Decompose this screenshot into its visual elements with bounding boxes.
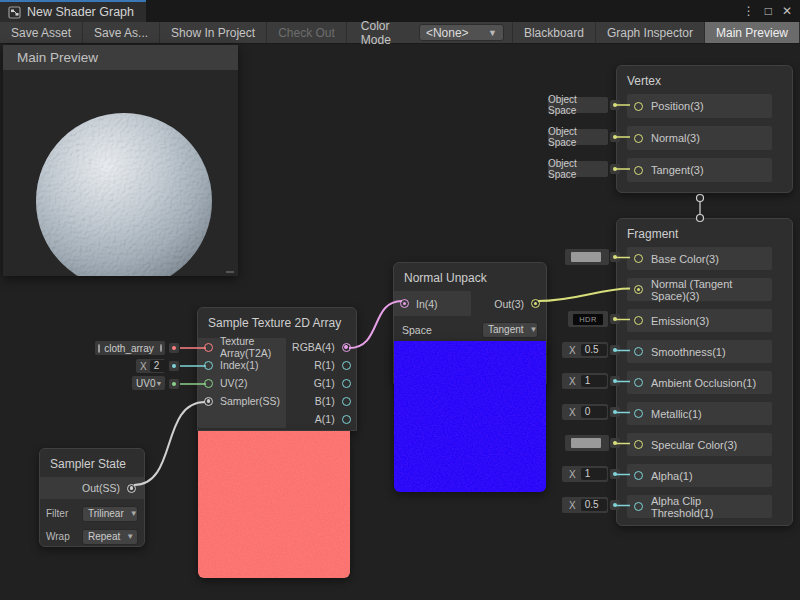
graph-canvas[interactable]: Main Preview	[0, 44, 800, 600]
stub-index	[169, 361, 179, 371]
tab-new-shader-graph[interactable]: New Shader Graph	[0, 0, 146, 22]
index-value-pill[interactable]: X 2	[136, 359, 165, 373]
save-as-button[interactable]: Save As...	[83, 22, 160, 43]
alpha-clip-field[interactable]: X 0.5	[562, 497, 608, 513]
ambient-occlusion-field[interactable]: X 1	[562, 373, 608, 389]
normal-unpack-out[interactable]: Out(3)	[471, 298, 546, 310]
port-base-color[interactable]	[634, 254, 643, 263]
vertex-row-position[interactable]: Position(3)	[627, 94, 772, 118]
close-icon[interactable]: ✕	[782, 4, 792, 18]
port-ambient-occlusion[interactable]	[634, 378, 643, 387]
port-alpha-clip-threshold[interactable]	[634, 502, 643, 511]
fragment-row-normal[interactable]: Normal (Tangent Space)(3)	[627, 278, 772, 301]
node-sampler-state[interactable]: Sampler State Out(SS) Filter Trilinear ▼…	[39, 448, 145, 547]
wrap-dropdown[interactable]: Repeat ▼	[82, 529, 138, 545]
fragment-row-alpha[interactable]: Alpha(1)	[627, 464, 772, 487]
color-mode-value: <None>	[426, 26, 469, 40]
output-r[interactable]: R(1)	[286, 356, 357, 374]
color-swatch[interactable]	[571, 438, 601, 448]
port-smoothness[interactable]	[634, 347, 643, 356]
output-b[interactable]: B(1)	[286, 392, 357, 410]
save-asset-button[interactable]: Save Asset	[0, 22, 83, 43]
output-a[interactable]: A(1)	[286, 410, 357, 428]
stub-alpha-clip	[610, 500, 620, 510]
fragment-row-smoothness[interactable]: Smoothness(1)	[627, 340, 772, 363]
smoothness-field[interactable]: X 0.5	[562, 342, 608, 358]
vertex-row-position-label: Position(3)	[651, 100, 704, 112]
port-b[interactable]	[342, 397, 351, 406]
fragment-row-alpha-clip[interactable]: Alpha Clip Threshold(1)	[627, 495, 772, 518]
port-r[interactable]	[342, 361, 351, 370]
node-sample-texture-2d-array[interactable]: Sample Texture 2D Array Texture Array(T2…	[197, 307, 357, 431]
fragment-row-ambient-occlusion[interactable]: Ambient Occlusion(1)	[627, 371, 772, 394]
color-mode-label: Color Mode	[347, 22, 419, 43]
overflow-menu-icon[interactable]: ⋮	[743, 4, 755, 18]
graph-inspector-toggle[interactable]: Graph Inspector	[596, 22, 705, 43]
port-out[interactable]	[531, 299, 540, 308]
port-normal[interactable]	[634, 134, 643, 143]
fragment-row-metallic[interactable]: Metallic(1)	[627, 402, 772, 425]
vertex-node-title: Vertex	[617, 66, 792, 94]
sample-texture-outputs: RGBA(4) R(1) G(1) B(1) A(1)	[286, 338, 357, 428]
color-swatch[interactable]	[571, 252, 601, 262]
output-g[interactable]: G(1)	[286, 374, 357, 392]
port-alpha[interactable]	[634, 471, 643, 480]
port-out-ss[interactable]	[127, 484, 136, 493]
stub-emission	[610, 314, 620, 324]
uv-channel-dropdown[interactable]: UV0 ▼	[132, 376, 165, 390]
input-uv[interactable]: UV(2)	[198, 374, 286, 392]
input-sampler[interactable]: Sampler(SS)	[198, 392, 286, 410]
port-in[interactable]	[400, 299, 409, 308]
filter-dropdown[interactable]: Trilinear ▼	[82, 506, 138, 522]
hdr-color-swatch[interactable]: HDR	[573, 314, 603, 325]
port-normal-tangent-space[interactable]	[634, 285, 643, 294]
stub-object-space-2	[610, 132, 620, 142]
maximize-icon[interactable]: □	[765, 4, 772, 18]
normal-unpack-preview	[394, 341, 546, 492]
port-texture-array[interactable]	[204, 343, 213, 352]
fragment-row-specular-color[interactable]: Specular Color(3)	[627, 433, 772, 456]
resize-grip[interactable]	[226, 271, 234, 273]
port-metallic[interactable]	[634, 409, 643, 418]
vertex-row-tangent[interactable]: Tangent(3)	[627, 158, 772, 182]
space-dropdown[interactable]: Tangent ▼	[482, 322, 538, 338]
alpha-field[interactable]: X 1	[562, 466, 608, 482]
stub-texture	[169, 343, 179, 353]
input-texture-array[interactable]: Texture Array(T2A)	[198, 338, 286, 356]
port-index[interactable]	[204, 361, 213, 370]
toolbar-right-group: Color Mode <None> ▼ Blackboard Graph Ins…	[347, 22, 800, 43]
main-preview-panel[interactable]: Main Preview	[3, 45, 238, 276]
main-preview-toggle[interactable]: Main Preview	[705, 22, 800, 43]
stub-uv	[169, 379, 179, 389]
sampler-state-out[interactable]: Out(SS)	[40, 477, 144, 499]
node-fragment[interactable]: Fragment Base Color(3) Normal (Tangent S…	[616, 218, 793, 526]
port-emission[interactable]	[634, 316, 643, 325]
node-vertex[interactable]: Vertex Position(3) Normal(3) Tangent(3)	[616, 65, 793, 193]
show-in-project-button[interactable]: Show In Project	[160, 22, 267, 43]
main-preview-header[interactable]: Main Preview	[3, 45, 238, 70]
port-a[interactable]	[342, 415, 351, 424]
fragment-node-title: Fragment	[617, 219, 792, 247]
port-uv[interactable]	[204, 379, 213, 388]
port-specular-color[interactable]	[634, 440, 643, 449]
fragment-row-emission[interactable]: Emission(3)	[627, 309, 772, 332]
chevron-down-icon: ▼	[488, 28, 497, 38]
port-rgba[interactable]	[342, 343, 351, 352]
color-mode-dropdown[interactable]: <None> ▼	[419, 24, 504, 41]
port-sampler[interactable]	[204, 397, 213, 406]
normal-unpack-in[interactable]: In(4)	[394, 291, 471, 316]
binding-pill-object-space-3: Object Space	[548, 161, 608, 177]
port-tangent[interactable]	[634, 166, 643, 175]
texture-property-pill[interactable]: cloth_array	[95, 341, 165, 355]
specular-color-swatch[interactable]	[565, 435, 609, 451]
vertex-row-normal[interactable]: Normal(3)	[627, 126, 772, 150]
output-rgba[interactable]: RGBA(4)	[286, 338, 357, 356]
emission-hdr-swatch[interactable]: HDR	[568, 311, 608, 327]
blackboard-toggle[interactable]: Blackboard	[512, 22, 596, 43]
fragment-row-base-color[interactable]: Base Color(3)	[627, 247, 772, 270]
object-picker-icon[interactable]	[160, 344, 162, 352]
base-color-swatch[interactable]	[565, 249, 609, 265]
metallic-field[interactable]: X 0	[562, 404, 608, 420]
port-g[interactable]	[342, 379, 351, 388]
port-position[interactable]	[634, 102, 643, 111]
